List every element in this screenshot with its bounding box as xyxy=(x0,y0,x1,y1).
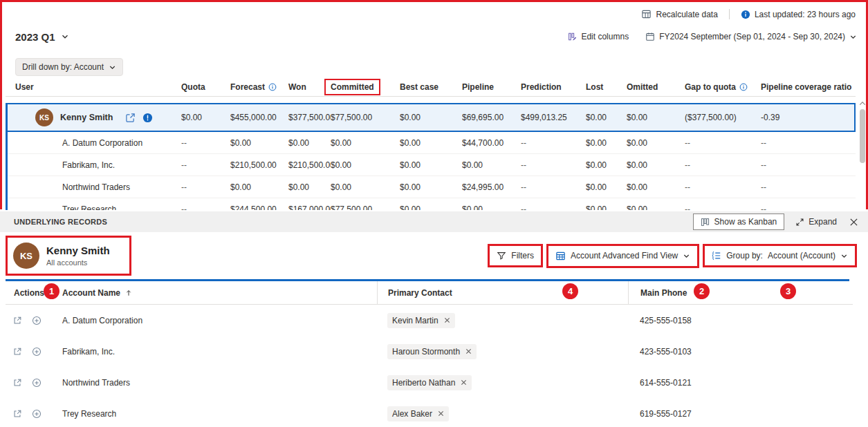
toolbar-right: Edit columns FY2024 September (Sep 01, 2… xyxy=(567,32,857,41)
user-cell: KSKenny Smith xyxy=(8,108,181,126)
avatar: KS xyxy=(35,108,53,126)
cell-prediction: -- xyxy=(521,205,586,211)
group-by-label: Group by: xyxy=(726,251,763,260)
forecast-owner-row[interactable]: KSKenny Smith$0.00$455,000.00$377,500.00… xyxy=(8,103,856,132)
last-updated-status: Last updated: 23 hours ago xyxy=(741,10,856,19)
account-name[interactable]: Northwind Traders xyxy=(57,378,377,388)
remove-contact-icon[interactable] xyxy=(444,317,450,323)
contact-chip[interactable]: Haroun Stormonth xyxy=(387,344,477,359)
cell-lost: $0.00 xyxy=(586,160,627,170)
column-header-account-name[interactable]: Account Name xyxy=(57,281,377,304)
cell-won: $0.00 xyxy=(288,182,331,192)
column-header-best-case[interactable]: Best case xyxy=(400,82,462,92)
open-record-icon[interactable] xyxy=(12,347,22,357)
column-header-primary-contact[interactable]: Primary Contact xyxy=(377,281,628,304)
view-selector[interactable]: Account Advanced Find View xyxy=(546,244,699,268)
column-header-forecast[interactable]: Forecast xyxy=(230,82,288,92)
recalculate-button[interactable]: Recalculate data xyxy=(641,9,717,19)
filters-button[interactable]: Filters xyxy=(488,244,543,267)
show-as-kanban-button[interactable]: Show as Kanban xyxy=(693,213,785,230)
contact-chip[interactable]: Heriberto Nathan xyxy=(387,375,472,390)
column-label: Quota xyxy=(181,82,205,92)
forecast-account-row[interactable]: Trey Research--$244,500.00$167,000.00$77… xyxy=(8,198,856,210)
insights-icon[interactable] xyxy=(142,113,153,123)
remove-contact-icon[interactable] xyxy=(465,348,472,354)
row-actions xyxy=(6,378,57,388)
cell-quota: $0.00 xyxy=(181,113,230,122)
add-icon[interactable] xyxy=(32,347,41,357)
chevron-down-icon xyxy=(683,252,690,260)
cell-pipeline-coverage-ratio: -- xyxy=(761,138,856,148)
remove-contact-icon[interactable] xyxy=(438,410,444,417)
cell-best-case: $0.00 xyxy=(400,113,462,122)
scrollbar-thumb[interactable] xyxy=(860,109,865,163)
column-header-lost[interactable]: Lost xyxy=(586,82,627,92)
expand-button[interactable]: Expand xyxy=(795,217,837,227)
period-selector[interactable]: 2023 Q1 xyxy=(15,31,69,43)
cell-quota: -- xyxy=(181,138,230,148)
forecast-account-row[interactable]: Northwind Traders--$0.00$0.00$0.00$0.00$… xyxy=(8,176,856,198)
account-name[interactable]: Fabrikam, Inc. xyxy=(57,347,377,357)
drilldown-chip[interactable]: Drill down by: Account xyxy=(15,58,123,76)
cell-forecast: $0.00 xyxy=(230,182,288,192)
scroll-up-icon[interactable] xyxy=(859,101,866,106)
fiscal-period-selector[interactable]: FY2024 September (Sep 01, 2024 - Sep 30,… xyxy=(645,32,857,41)
cell-quota: -- xyxy=(181,205,230,211)
cell-gap-to-quota: -- xyxy=(685,182,761,192)
column-label: Best case xyxy=(400,82,438,92)
vertical-scrollbar[interactable] xyxy=(858,101,867,209)
column-header-omitted[interactable]: Omitted xyxy=(627,82,685,92)
cell-committed: $0.00 xyxy=(331,160,400,170)
add-icon[interactable] xyxy=(32,316,41,325)
account-record-row[interactable]: Northwind TradersHeriberto Nathan614-555… xyxy=(6,367,853,398)
forecast-account-row[interactable]: A. Datum Corporation--$0.00$0.00$0.00$0.… xyxy=(8,132,856,154)
owner-row-name: Kenny Smith xyxy=(60,113,113,122)
column-header-gap-to-quota[interactable]: Gap to quota xyxy=(685,82,761,92)
cell-forecast: $244,500.00 xyxy=(230,205,288,211)
group-by-selector[interactable]: Group by: Account (Account) xyxy=(703,244,857,267)
forecast-section: Recalculate data Last updated: 23 hours … xyxy=(0,0,868,211)
contact-name: Haroun Stormonth xyxy=(392,347,460,357)
primary-contact-cell: Haroun Stormonth xyxy=(377,344,628,359)
column-header-prediction[interactable]: Prediction xyxy=(521,82,586,92)
column-header-pipeline-coverage-ratio[interactable]: Pipeline coverage ratio xyxy=(761,82,856,92)
edit-columns-label: Edit columns xyxy=(581,32,629,41)
cell-committed: $77,500.00 xyxy=(331,113,400,122)
cell-gap-to-quota: ($377,500.00) xyxy=(685,113,761,122)
owner-card: KS Kenny Smith All accounts xyxy=(6,236,131,276)
column-header-quota[interactable]: Quota xyxy=(181,82,230,92)
column-header-main-phone[interactable]: Main Phone xyxy=(628,281,853,304)
close-button[interactable] xyxy=(848,216,860,228)
annotation-badge-4: 4 xyxy=(562,283,578,299)
open-record-icon[interactable] xyxy=(12,378,22,388)
open-record-icon[interactable] xyxy=(12,409,22,419)
cell-gap-to-quota: -- xyxy=(685,138,761,148)
cell-pipeline-coverage-ratio: -- xyxy=(761,160,856,170)
cell-pipeline: $0.00 xyxy=(462,205,521,211)
column-header-pipeline[interactable]: Pipeline xyxy=(462,82,521,92)
add-icon[interactable] xyxy=(32,409,41,419)
account-record-row[interactable]: A. Datum CorporationKevin Martin425-555-… xyxy=(6,305,853,336)
open-record-icon[interactable] xyxy=(12,316,22,325)
account-name[interactable]: A. Datum Corporation xyxy=(57,316,377,325)
column-header-user[interactable]: User xyxy=(6,82,181,92)
edit-columns-button[interactable]: Edit columns xyxy=(567,32,629,41)
main-phone: 614-555-0121 xyxy=(628,378,853,388)
contact-chip[interactable]: Alex Baker xyxy=(387,406,449,421)
account-record-row[interactable]: Fabrikam, Inc.Haroun Stormonth423-555-01… xyxy=(6,336,853,367)
account-row-name: Northwind Traders xyxy=(62,182,130,192)
column-header-committed[interactable]: Committed xyxy=(331,79,400,95)
share-icon[interactable] xyxy=(125,113,136,123)
fiscal-period-label: FY2024 September (Sep 01, 2024 - Sep 30,… xyxy=(659,32,845,41)
account-record-row[interactable]: Trey ResearchAlex Baker619-555-0127 xyxy=(6,398,853,427)
cell-pipeline-coverage-ratio: -- xyxy=(761,182,856,192)
filters-label: Filters xyxy=(511,251,534,260)
contact-chip[interactable]: Kevin Martin xyxy=(387,313,455,328)
accounts-table: Actions Account Name Primary Contact Mai… xyxy=(6,281,853,427)
add-icon[interactable] xyxy=(32,378,41,388)
forecast-account-row[interactable]: Fabrikam, Inc.--$210,500.00$210,500.00$0… xyxy=(8,154,856,176)
account-name[interactable]: Trey Research xyxy=(57,409,377,419)
accounts-table-header: Actions Account Name Primary Contact Mai… xyxy=(6,281,853,305)
remove-contact-icon[interactable] xyxy=(461,379,467,386)
divider xyxy=(729,9,730,19)
